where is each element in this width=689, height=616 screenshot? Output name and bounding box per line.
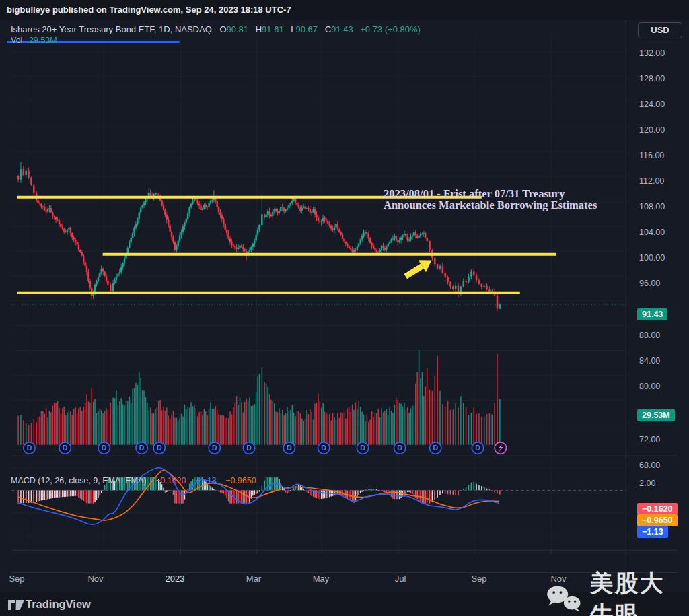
time-axis-label: Nov — [75, 574, 116, 584]
svg-text:D: D — [360, 444, 365, 452]
wechat-icon — [546, 582, 586, 616]
volume-label: Vol — [11, 36, 22, 45]
macd-hist-badge: −0.1620 — [637, 503, 678, 515]
candles-layer — [17, 162, 501, 312]
time-axis-label: 2023 — [155, 574, 195, 584]
macd-axis-label: 2.00 — [639, 478, 681, 489]
macd-legend[interactable]: MACD (12, 26, close, 9, EMA, EMA) −0.162… — [11, 476, 256, 485]
svg-text:D: D — [475, 444, 480, 452]
time-axis-label: Mar — [233, 574, 274, 584]
watermark-text: 美股大牛眼 — [590, 568, 689, 616]
volume-layer — [17, 350, 500, 445]
high-label: H — [256, 24, 262, 34]
svg-text:D: D — [287, 444, 292, 452]
tradingview-logo-icon[interactable] — [8, 598, 24, 611]
price-axis-label: 96.00 — [639, 278, 681, 289]
price-axis-label: 68.00 — [639, 460, 681, 471]
high-value: 91.61 — [262, 24, 284, 34]
macd-signal-value: −0.9650 — [225, 476, 256, 485]
svg-text:D: D — [246, 444, 252, 452]
text-annotation-drawing[interactable]: 2023/08/01 - Frist after 07/31 Treasury … — [384, 188, 646, 211]
price-axis-label: 112.00 — [639, 176, 681, 186]
open-label: O — [219, 24, 226, 34]
price-axis-label: 84.00 — [639, 355, 681, 366]
open-value: 90.81 — [227, 24, 249, 34]
tradingview-brand[interactable]: TradingView — [26, 598, 91, 611]
price-axis-label: 128.00 — [639, 73, 681, 84]
symbol-title[interactable]: Ishares 20+ Year Treasury Bond ETF, 1D, … — [11, 24, 212, 34]
annotation-line1: 2023/08/01 - Frist after 07/31 Treasury — [384, 188, 646, 199]
arrow-drawing[interactable] — [402, 254, 435, 283]
volume-value: 29.53M — [29, 36, 57, 45]
wechat-watermark: 美股大牛眼 — [546, 568, 689, 616]
svg-text:D: D — [212, 444, 217, 452]
time-axis-label: Jul — [380, 574, 421, 584]
price-axis-label: 120.00 — [639, 125, 681, 135]
price-axis-label: 124.00 — [639, 99, 681, 110]
chart-canvas[interactable]: DDDDDDDDDDDDD — [0, 20, 689, 592]
svg-text:D: D — [433, 444, 438, 452]
low-value: 90.67 — [296, 24, 318, 34]
time-axis-label: Sep — [459, 574, 499, 584]
svg-text:D: D — [102, 444, 107, 452]
price-axis-label: 72.00 — [639, 434, 681, 445]
tradingview-published-chart: bigbulleye published on TradingView.com,… — [0, 0, 689, 616]
svg-text:D: D — [27, 444, 32, 452]
change-value: +0.73 (+0.80%) — [360, 24, 421, 34]
svg-text:D: D — [397, 444, 402, 452]
svg-text:D: D — [63, 444, 68, 452]
low-label: L — [291, 24, 295, 34]
symbol-legend[interactable]: Ishares 20+ Year Treasury Bond ETF, 1D, … — [11, 24, 421, 34]
price-axis-label: 116.00 — [639, 150, 681, 161]
macd-signal-badge: −0.9650 — [637, 514, 678, 526]
time-axis-label: May — [301, 574, 341, 584]
price-axis-label: 100.00 — [639, 252, 681, 263]
publisher-bar: bigbulleye published on TradingView.com,… — [0, 0, 689, 20]
last-price-badge: 91.43 — [637, 308, 667, 320]
price-axis-label: 80.00 — [639, 381, 681, 392]
volume-legend: Vol 29.53M — [11, 36, 57, 45]
close-value: 91.43 — [331, 24, 353, 34]
macd-line-badge: −1.13 — [637, 526, 668, 538]
svg-text:D: D — [321, 444, 326, 452]
time-axis-label: Sep — [0, 574, 37, 584]
price-axis-label: 104.00 — [639, 227, 681, 238]
close-label: C — [325, 24, 331, 34]
svg-text:D: D — [157, 444, 162, 452]
svg-text:D: D — [139, 444, 145, 452]
publisher-text: bigbulleye published on TradingView.com,… — [7, 5, 291, 15]
macd-line-value: −1.13 — [195, 476, 217, 485]
macd-title: MACD (12, 26, close, 9, EMA, EMA) — [11, 476, 146, 485]
volume-badge: 29.53M — [637, 409, 675, 421]
currency-button[interactable]: USD — [638, 22, 682, 38]
chart-region: DDDDDDDDDDDDD Ishares 20+ Year Treasury … — [0, 20, 689, 592]
macd-hist-value: −0.1620 — [155, 476, 186, 485]
annotation-line2: Announces Marketable Borrowing Estimates — [384, 199, 646, 211]
price-axis-label: 132.00 — [639, 48, 681, 59]
price-axis-label: 88.00 — [639, 330, 681, 341]
